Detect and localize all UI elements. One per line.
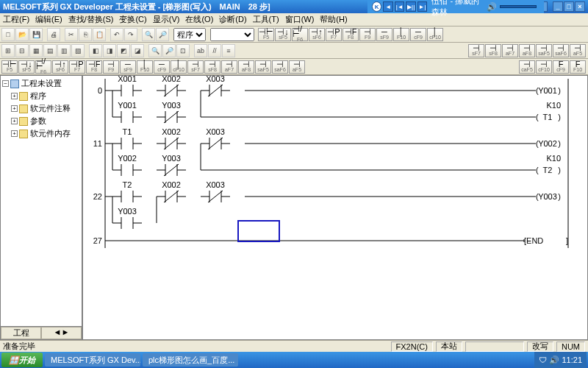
sidebar-tab-project[interactable]: 工程 [1,327,41,339]
paste-button[interactable]: 📋 [93,28,106,41]
fkey-cF10[interactable]: ⊣cF10 [536,60,552,74]
tb2-zoom-out[interactable]: 🔎 [162,44,176,57]
fkey-sF8[interactable]: ⊣sF8 [204,60,220,74]
tb2-b[interactable]: ⊟ [15,44,29,57]
fkey-F10[interactable]: FF10 [570,60,586,74]
copy-button[interactable]: ⎘ [79,28,92,41]
tb2-f[interactable]: ▧ [71,44,85,57]
tree-param[interactable]: 参数 [30,116,46,127]
maximize-button[interactable]: □ [564,1,574,12]
tree-comment[interactable]: 软元件注释 [30,103,71,114]
taskbar-app-browser[interactable]: plc梯形图怎么画_百度... [143,353,238,367]
fkey-cF9[interactable]: ─cF9 [410,28,426,41]
find-button[interactable]: 🔍 [142,28,155,41]
fkey-caF5[interactable]: ⊣caF5 [519,60,535,74]
project-tree[interactable]: −工程未设置 +程序 +软元件注释 +参数 +软元件内存 [1,76,82,326]
tree-root[interactable]: 工程未设置 [21,78,62,89]
menu-convert[interactable]: 变换(C) [119,14,146,25]
tree-program[interactable]: 程序 [30,91,46,102]
undo-button[interactable]: ↶ [110,28,123,41]
volume-icon[interactable]: 🔊 [487,2,497,12]
fkey-aF7[interactable]: ⊣aF7 [221,60,237,74]
open-button[interactable]: 📂 [15,28,29,41]
fkey-F10[interactable]: │F10 [393,28,409,41]
player-rew-button[interactable]: |◄ [395,1,404,12]
fkey-F10[interactable]: │F10 [137,60,153,74]
fkey-sF7[interactable]: ⊣sF7 [468,44,484,57]
tb2-a[interactable]: ⊞ [1,44,15,57]
player-next-button[interactable]: ►| [417,1,427,12]
tb2-d[interactable]: ▤ [43,44,57,57]
tb2-e[interactable]: ▥ [57,44,71,57]
tray-icon[interactable]: 🔊 [549,355,559,365]
program-select[interactable]: 程序 [173,28,206,41]
cut-button[interactable]: ✂ [65,28,78,41]
fkey-sF5[interactable]: ⊣↓sF5 [275,28,291,41]
minimize-button[interactable]: _ [553,1,563,12]
taskbar-app-gx[interactable]: MELSOFT系列 GX Dev... [45,353,140,367]
fkey-aF8[interactable]: ⊣aF8 [238,60,254,74]
menu-help[interactable]: 帮助(H) [320,14,347,25]
tree-expand-icon[interactable]: + [11,105,18,112]
fkey-aF5[interactable]: ⊣aF5 [570,44,586,57]
tb2-h[interactable]: ◨ [103,44,116,57]
fkey-saF6[interactable]: ⊣saF6 [272,60,288,74]
menu-tools[interactable]: 工具(T) [253,14,279,25]
tb2-zoom-fit[interactable]: ⊡ [176,44,190,57]
menu-edit[interactable]: 编辑(E) [35,14,62,25]
start-button[interactable]: 🪟 开始 [1,353,43,367]
sidebar-tab-scroll[interactable]: ◄► [41,327,82,339]
fkey-cF10[interactable]: │cF10 [171,60,187,74]
fkey-cF9[interactable]: FcF9 [553,60,569,74]
fkey-F9[interactable]: ⊣F9 [103,60,119,74]
fkey-F8[interactable]: ⊣FF8 [343,28,359,41]
fkey-aF8[interactable]: ⊣aF8 [519,44,535,57]
fkey-sF5[interactable]: ⊣↓sF5 [18,60,35,74]
tree-expand-icon[interactable]: + [11,93,18,99]
tb2-c[interactable]: ▦ [29,44,43,57]
player-logo-icon[interactable]: K [372,1,381,12]
tree-memory[interactable]: 软元件内存 [30,128,71,139]
fkey-aF7[interactable]: ⊣aF7 [502,44,518,57]
tb2-zoom-in[interactable]: 🔍 [148,44,162,57]
fkey-sF9[interactable]: ─sF9 [120,60,136,74]
volume-slider[interactable] [500,5,537,8]
fkey-sF6[interactable]: ⊣↑sF6 [309,28,325,41]
menu-online[interactable]: 在线(O) [185,14,213,25]
fkey-sF7[interactable]: ⊣sF7 [187,60,204,74]
tb2-i[interactable]: ◩ [117,44,130,57]
tb2-g[interactable]: ◧ [89,44,102,57]
device-select[interactable] [210,28,254,41]
fkey-sF8[interactable]: ⊣sF8 [485,44,501,57]
ladder-editor[interactable]: 0X001X002X003()Y001Y001Y003K10()T111T1X0… [82,75,588,340]
tb2-j[interactable]: ◪ [131,44,144,57]
fkey-cF10[interactable]: │cF10 [427,28,443,41]
redo-button[interactable]: ↷ [124,28,137,41]
fkey-F6[interactable]: ⊣/⊢F6 [35,60,51,74]
fkey-saF5[interactable]: ⊣saF5 [536,44,552,57]
tray-icon[interactable]: 🛡 [539,355,547,364]
tb2-label[interactable]: ab [194,44,207,57]
tree-expand-icon[interactable]: + [11,130,18,137]
fkey-cF9[interactable]: ─cF9 [154,60,170,74]
player-play-button[interactable]: ▶|| [406,1,415,12]
fkey-F5[interactable]: ⊣⊢F5 [1,60,18,74]
print-button[interactable]: 🖨 [47,28,60,41]
tree-collapse-icon[interactable]: − [2,80,9,87]
fkey-sF9[interactable]: ─sF9 [376,28,392,41]
menu-project[interactable]: 工程(F) [3,14,29,25]
system-tray[interactable]: 🛡 🔊 11:21 [534,352,587,368]
fkey-F9[interactable]: ⊣F9 [359,28,376,41]
find2-button[interactable]: 🔎 [156,28,169,41]
fkey-F8[interactable]: ⊣FF8 [86,60,102,74]
new-button[interactable]: □ [1,28,15,41]
menu-window[interactable]: 窗口(W) [285,14,315,25]
fkey-aF5[interactable]: ⊣aF5 [289,60,305,74]
save-button[interactable]: 💾 [29,28,43,41]
fkey-saF6[interactable]: ⊣saF6 [553,44,569,57]
menu-search[interactable]: 查找/替换(S) [68,14,114,25]
close-button[interactable]: × [575,1,585,12]
player-prev-button[interactable]: ◄ [383,1,392,12]
fkey-F5[interactable]: ⊣⊢F5 [258,28,274,41]
fkey-F7[interactable]: ⊣PF7 [326,28,342,41]
